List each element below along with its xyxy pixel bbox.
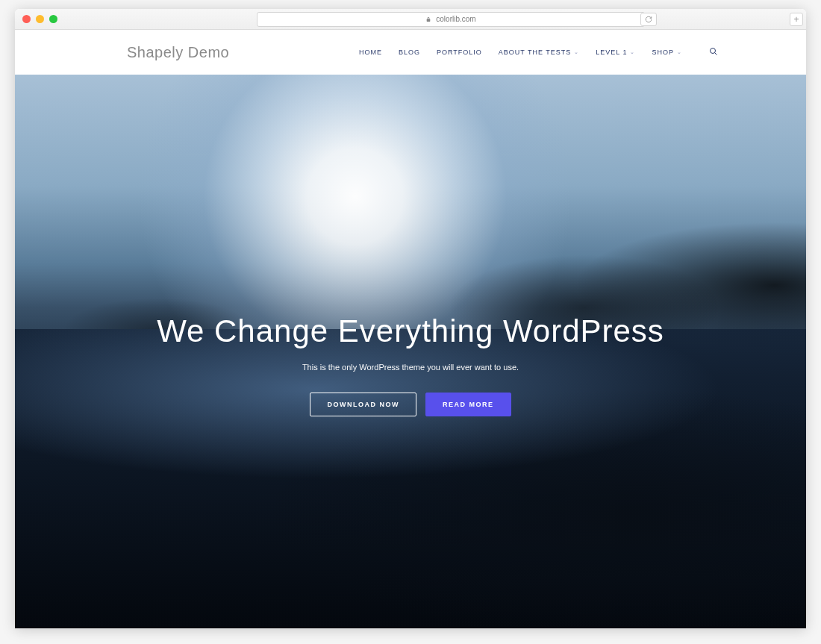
plus-icon: + (793, 14, 799, 25)
site-logo[interactable]: Shapely Demo (127, 44, 229, 61)
svg-line-1 (715, 53, 717, 55)
minimize-window-button[interactable] (36, 15, 44, 23)
search-button[interactable] (709, 47, 718, 57)
nav-blog[interactable]: BLOG (399, 49, 420, 56)
nav-level1[interactable]: LEVEL 1⌄ (596, 49, 635, 56)
maximize-window-button[interactable] (49, 15, 57, 23)
chevron-down-icon: ⌄ (574, 49, 579, 55)
nav-label: LEVEL 1 (596, 49, 627, 56)
nav-label: HOME (359, 49, 382, 56)
hero-subtitle: This is the only WordPress theme you wil… (15, 363, 806, 372)
chevron-down-icon: ⌄ (630, 49, 635, 55)
address-bar[interactable]: colorlib.com (257, 12, 645, 27)
read-more-button[interactable]: READ MORE (425, 393, 511, 416)
reload-icon (645, 16, 652, 23)
search-icon (709, 47, 718, 56)
nav-label: PORTFOLIO (437, 49, 482, 56)
nav-portfolio[interactable]: PORTFOLIO (437, 49, 482, 56)
site-header: Shapely Demo HOME BLOG PORTFOLIO ABOUT T… (15, 30, 806, 75)
new-tab-button[interactable]: + (790, 13, 803, 26)
url-text: colorlib.com (436, 15, 475, 23)
browser-chrome: colorlib.com + (15, 9, 806, 30)
nav-home[interactable]: HOME (359, 49, 382, 56)
close-window-button[interactable] (22, 15, 31, 23)
nav-label: SHOP (652, 49, 674, 56)
nav-label: ABOUT THE TESTS (499, 49, 572, 56)
nav-label: BLOG (399, 49, 420, 56)
hero-section: We Change Everything WordPress This is t… (15, 75, 806, 628)
nav-shop[interactable]: SHOP⌄ (652, 49, 682, 56)
svg-point-0 (711, 49, 716, 54)
download-now-button[interactable]: DOWNLOAD NOW (310, 393, 416, 416)
hero-content: We Change Everything WordPress This is t… (15, 313, 806, 416)
reload-button[interactable] (640, 13, 657, 26)
hero-cta-row: DOWNLOAD NOW READ MORE (15, 393, 806, 416)
chevron-down-icon: ⌄ (677, 49, 682, 55)
hero-title: We Change Everything WordPress (15, 313, 806, 349)
browser-window: colorlib.com + Shapely Demo HOME BLOG PO… (15, 9, 806, 628)
nav-about-tests[interactable]: ABOUT THE TESTS⌄ (499, 49, 580, 56)
lock-icon (425, 16, 431, 22)
main-nav: HOME BLOG PORTFOLIO ABOUT THE TESTS⌄ LEV… (359, 47, 790, 57)
